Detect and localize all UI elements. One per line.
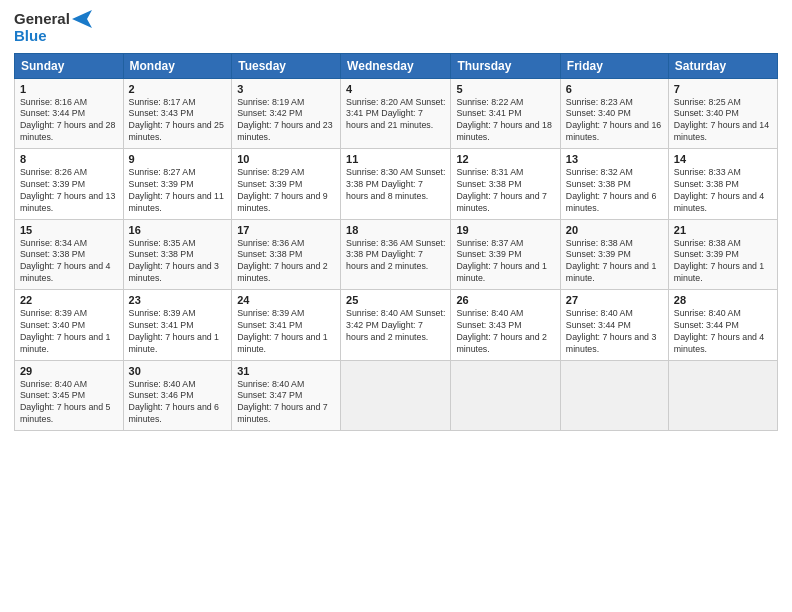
day-info: Sunrise: 8:37 AM Sunset: 3:39 PM Dayligh… [456,238,554,286]
day-cell: 24Sunrise: 8:39 AM Sunset: 3:41 PM Dayli… [232,290,341,361]
logo-text-general: General [14,11,70,28]
calendar-body: 1Sunrise: 8:16 AM Sunset: 3:44 PM Daylig… [15,78,778,431]
day-info: Sunrise: 8:30 AM Sunset: 3:38 PM Dayligh… [346,167,445,203]
day-cell: 27Sunrise: 8:40 AM Sunset: 3:44 PM Dayli… [560,290,668,361]
day-cell: 30Sunrise: 8:40 AM Sunset: 3:46 PM Dayli… [123,360,232,431]
day-cell: 22Sunrise: 8:39 AM Sunset: 3:40 PM Dayli… [15,290,124,361]
day-number: 10 [237,153,335,165]
day-cell: 3Sunrise: 8:19 AM Sunset: 3:42 PM Daylig… [232,78,341,149]
logo: General Blue [14,10,92,45]
day-info: Sunrise: 8:31 AM Sunset: 3:38 PM Dayligh… [456,167,554,215]
day-cell: 21Sunrise: 8:38 AM Sunset: 3:39 PM Dayli… [668,219,777,290]
svg-marker-0 [72,10,92,28]
day-info: Sunrise: 8:32 AM Sunset: 3:38 PM Dayligh… [566,167,663,215]
day-info: Sunrise: 8:35 AM Sunset: 3:38 PM Dayligh… [129,238,227,286]
main-container: General Blue SundayMondayTuesdayWednesda… [0,0,792,439]
day-number: 11 [346,153,445,165]
day-number: 16 [129,224,227,236]
day-number: 29 [20,365,118,377]
day-cell [341,360,451,431]
day-info: Sunrise: 8:34 AM Sunset: 3:38 PM Dayligh… [20,238,118,286]
header-cell-saturday: Saturday [668,53,777,78]
header-cell-thursday: Thursday [451,53,560,78]
day-number: 22 [20,294,118,306]
calendar-table: SundayMondayTuesdayWednesdayThursdayFrid… [14,53,778,432]
day-info: Sunrise: 8:40 AM Sunset: 3:45 PM Dayligh… [20,379,118,427]
header-cell-wednesday: Wednesday [341,53,451,78]
day-info: Sunrise: 8:39 AM Sunset: 3:41 PM Dayligh… [237,308,335,356]
day-info: Sunrise: 8:20 AM Sunset: 3:41 PM Dayligh… [346,97,445,133]
day-cell: 4Sunrise: 8:20 AM Sunset: 3:41 PM Daylig… [341,78,451,149]
day-cell: 12Sunrise: 8:31 AM Sunset: 3:38 PM Dayli… [451,149,560,220]
day-number: 5 [456,83,554,95]
week-row-1: 1Sunrise: 8:16 AM Sunset: 3:44 PM Daylig… [15,78,778,149]
day-cell: 6Sunrise: 8:23 AM Sunset: 3:40 PM Daylig… [560,78,668,149]
day-info: Sunrise: 8:39 AM Sunset: 3:40 PM Dayligh… [20,308,118,356]
day-info: Sunrise: 8:38 AM Sunset: 3:39 PM Dayligh… [674,238,772,286]
day-info: Sunrise: 8:25 AM Sunset: 3:40 PM Dayligh… [674,97,772,145]
day-number: 13 [566,153,663,165]
day-cell: 13Sunrise: 8:32 AM Sunset: 3:38 PM Dayli… [560,149,668,220]
day-cell: 10Sunrise: 8:29 AM Sunset: 3:39 PM Dayli… [232,149,341,220]
day-number: 7 [674,83,772,95]
day-info: Sunrise: 8:23 AM Sunset: 3:40 PM Dayligh… [566,97,663,145]
day-cell: 8Sunrise: 8:26 AM Sunset: 3:39 PM Daylig… [15,149,124,220]
week-row-3: 15Sunrise: 8:34 AM Sunset: 3:38 PM Dayli… [15,219,778,290]
day-cell: 7Sunrise: 8:25 AM Sunset: 3:40 PM Daylig… [668,78,777,149]
day-number: 4 [346,83,445,95]
header-cell-tuesday: Tuesday [232,53,341,78]
day-cell: 18Sunrise: 8:36 AM Sunset: 3:38 PM Dayli… [341,219,451,290]
week-row-2: 8Sunrise: 8:26 AM Sunset: 3:39 PM Daylig… [15,149,778,220]
day-number: 24 [237,294,335,306]
day-info: Sunrise: 8:22 AM Sunset: 3:41 PM Dayligh… [456,97,554,145]
day-cell: 15Sunrise: 8:34 AM Sunset: 3:38 PM Dayli… [15,219,124,290]
day-number: 17 [237,224,335,236]
day-info: Sunrise: 8:39 AM Sunset: 3:41 PM Dayligh… [129,308,227,356]
day-number: 15 [20,224,118,236]
day-info: Sunrise: 8:36 AM Sunset: 3:38 PM Dayligh… [237,238,335,286]
day-cell: 17Sunrise: 8:36 AM Sunset: 3:38 PM Dayli… [232,219,341,290]
day-cell: 14Sunrise: 8:33 AM Sunset: 3:38 PM Dayli… [668,149,777,220]
calendar-header: SundayMondayTuesdayWednesdayThursdayFrid… [15,53,778,78]
day-info: Sunrise: 8:40 AM Sunset: 3:43 PM Dayligh… [456,308,554,356]
day-cell: 23Sunrise: 8:39 AM Sunset: 3:41 PM Dayli… [123,290,232,361]
day-cell: 11Sunrise: 8:30 AM Sunset: 3:38 PM Dayli… [341,149,451,220]
day-cell: 16Sunrise: 8:35 AM Sunset: 3:38 PM Dayli… [123,219,232,290]
day-info: Sunrise: 8:40 AM Sunset: 3:42 PM Dayligh… [346,308,445,344]
header-cell-monday: Monday [123,53,232,78]
day-info: Sunrise: 8:40 AM Sunset: 3:47 PM Dayligh… [237,379,335,427]
day-info: Sunrise: 8:27 AM Sunset: 3:39 PM Dayligh… [129,167,227,215]
day-number: 18 [346,224,445,236]
day-cell: 31Sunrise: 8:40 AM Sunset: 3:47 PM Dayli… [232,360,341,431]
day-number: 2 [129,83,227,95]
day-number: 25 [346,294,445,306]
day-number: 9 [129,153,227,165]
logo-text-blue: Blue [14,28,92,45]
day-cell [668,360,777,431]
day-number: 12 [456,153,554,165]
header: General Blue [14,10,778,45]
day-cell: 28Sunrise: 8:40 AM Sunset: 3:44 PM Dayli… [668,290,777,361]
day-info: Sunrise: 8:33 AM Sunset: 3:38 PM Dayligh… [674,167,772,215]
day-number: 6 [566,83,663,95]
day-info: Sunrise: 8:16 AM Sunset: 3:44 PM Dayligh… [20,97,118,145]
header-cell-friday: Friday [560,53,668,78]
day-number: 31 [237,365,335,377]
header-row: SundayMondayTuesdayWednesdayThursdayFrid… [15,53,778,78]
day-info: Sunrise: 8:38 AM Sunset: 3:39 PM Dayligh… [566,238,663,286]
day-info: Sunrise: 8:40 AM Sunset: 3:46 PM Dayligh… [129,379,227,427]
day-number: 8 [20,153,118,165]
day-number: 1 [20,83,118,95]
day-number: 27 [566,294,663,306]
day-cell [560,360,668,431]
day-info: Sunrise: 8:36 AM Sunset: 3:38 PM Dayligh… [346,238,445,274]
day-info: Sunrise: 8:19 AM Sunset: 3:42 PM Dayligh… [237,97,335,145]
day-info: Sunrise: 8:17 AM Sunset: 3:43 PM Dayligh… [129,97,227,145]
day-cell [451,360,560,431]
day-number: 14 [674,153,772,165]
day-cell: 2Sunrise: 8:17 AM Sunset: 3:43 PM Daylig… [123,78,232,149]
logo-bird-icon [72,10,92,28]
day-number: 26 [456,294,554,306]
day-info: Sunrise: 8:29 AM Sunset: 3:39 PM Dayligh… [237,167,335,215]
day-cell: 9Sunrise: 8:27 AM Sunset: 3:39 PM Daylig… [123,149,232,220]
